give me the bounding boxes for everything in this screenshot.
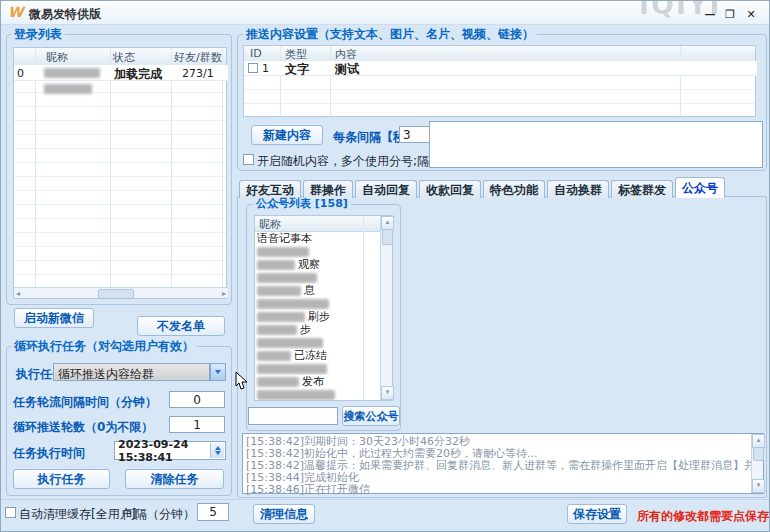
- content-type: 文字: [285, 61, 309, 78]
- list-item[interactable]: [255, 245, 380, 258]
- gzh-list[interactable]: 昵称 语音记事本观察息刷步步已冻结发布红 ▴ ▾: [254, 215, 393, 401]
- column-header: 内容: [335, 47, 357, 62]
- column-header: 昵称: [259, 217, 281, 232]
- gzh-search-button[interactable]: 搜索公众号: [342, 406, 400, 426]
- push-table-header: ID 类型 内容: [244, 46, 755, 62]
- loop-task-title: 循环执行任务（对勾选用户有效）: [11, 340, 197, 352]
- tab-auto-reply[interactable]: 自动回复: [355, 180, 417, 198]
- list-item[interactable]: [255, 388, 380, 400]
- start-new-wechat-button[interactable]: 启动新微信: [14, 308, 94, 328]
- list-item[interactable]: [255, 336, 380, 349]
- list-item[interactable]: 发布: [255, 375, 380, 388]
- gzh-scrollbar[interactable]: ▴ ▾: [380, 216, 392, 400]
- tab-special-features[interactable]: 特色功能: [483, 180, 545, 198]
- friend-group-count: 273/1: [182, 67, 214, 80]
- task-select-value: 循环推送内容给群: [58, 366, 154, 383]
- loop-rounds-input[interactable]: 1: [169, 416, 225, 433]
- horizontal-scrollbar[interactable]: ◂ ▸: [14, 287, 228, 298]
- content-id: 1: [262, 62, 269, 75]
- list-item[interactable]: [255, 362, 380, 375]
- maximize-button[interactable]: ❐: [722, 8, 738, 21]
- blurred-text: [257, 286, 301, 296]
- log-panel[interactable]: [15:38:42]到期时间：30天23小时46分32秒 [15:38:42]初…: [242, 433, 764, 494]
- push-content-title: 推送内容设置（支持文本、图片、名片、视频、链接）: [243, 28, 537, 40]
- blurred-text: [257, 299, 329, 309]
- scroll-down-icon[interactable]: ▾: [752, 479, 765, 493]
- task-time-value: 2023-09-24 15:38:41: [118, 438, 222, 464]
- msg-interval-input[interactable]: 3: [399, 126, 433, 143]
- list-item[interactable]: 步: [255, 323, 380, 336]
- row-checkbox[interactable]: [248, 63, 258, 73]
- run-task-button[interactable]: 执行任务: [13, 469, 110, 489]
- scroll-left-icon[interactable]: ◂: [16, 289, 20, 298]
- table-row[interactable]: 0 加载完成 273/1: [14, 65, 228, 81]
- log-lines: [15:38:42]到期时间：30天23小时46分32秒 [15:38:42]初…: [243, 434, 763, 498]
- list-item[interactable]: [255, 271, 380, 284]
- gzh-search-input[interactable]: [248, 407, 338, 425]
- blurred-nickname: [44, 84, 92, 94]
- close-button[interactable]: ✕: [743, 8, 759, 21]
- tab-auto-switch-group[interactable]: 自动换群: [547, 180, 609, 198]
- log-line: [15:38:46]正在打开微信: [246, 484, 749, 496]
- list-item[interactable]: [255, 297, 380, 310]
- list-item[interactable]: 语音记事本: [255, 232, 380, 245]
- scrollbar-thumb[interactable]: [98, 289, 134, 299]
- task-time-label: 任务执行时间: [13, 445, 85, 462]
- list-item[interactable]: 观察: [255, 258, 380, 271]
- scroll-up-icon[interactable]: ▴: [381, 216, 394, 230]
- blurred-nickname: [44, 68, 100, 78]
- scrollbar-thumb[interactable]: [382, 229, 393, 245]
- blurred-text: [257, 338, 323, 348]
- blurred-text: [257, 351, 291, 361]
- new-content-button[interactable]: 新建内容: [251, 125, 323, 145]
- tab-group-ops[interactable]: 群操作: [303, 180, 353, 198]
- tab-official-accounts[interactable]: 公众号: [675, 177, 725, 198]
- push-content-table[interactable]: ID 类型 内容 1 文字 测试: [243, 45, 756, 117]
- scroll-right-icon[interactable]: ▸: [222, 289, 226, 298]
- tab-tag-broadcast[interactable]: 标签群发: [611, 180, 673, 198]
- list-item[interactable]: 刷步: [255, 310, 380, 323]
- content-text: 测试: [335, 61, 359, 78]
- clean-interval-label: 间隔（分钟）: [123, 506, 195, 523]
- list-item[interactable]: 已冻结: [255, 349, 380, 362]
- scrollbar-thumb[interactable]: [753, 447, 764, 461]
- auto-clean-checkbox[interactable]: [5, 507, 16, 518]
- content-edit-textarea[interactable]: [429, 121, 763, 168]
- chevron-down-icon[interactable]: [210, 363, 226, 381]
- task-select[interactable]: 循环推送内容给群: [53, 363, 210, 381]
- random-content-checkbox[interactable]: [243, 154, 254, 165]
- task-time-picker[interactable]: 2023-09-24 15:38:41: [114, 441, 226, 460]
- row-index: 0: [17, 67, 24, 80]
- app-logo-icon: W: [8, 4, 23, 20]
- spinner-icon[interactable]: [210, 443, 224, 458]
- column-header: 类型: [285, 47, 307, 62]
- clean-interval-input[interactable]: 5: [197, 503, 229, 521]
- blurred-text: [257, 390, 335, 400]
- tab-friend-interact[interactable]: 好友互动: [239, 180, 301, 198]
- column-header: ID: [250, 47, 262, 60]
- list-item[interactable]: 息: [255, 284, 380, 297]
- round-interval-input[interactable]: 0: [169, 391, 225, 408]
- login-table[interactable]: 昵称 状态 好友/群数 0 加载完成 273/1 ◂ ▸: [13, 47, 227, 299]
- clear-task-button[interactable]: 清除任务: [125, 469, 224, 489]
- loop-rounds-label: 循环推送轮数（0为不限）: [13, 419, 153, 436]
- minimize-button[interactable]: —: [702, 8, 718, 21]
- title-bar: IQIYI W 微易发特供版 — ❐ ✕: [1, 1, 770, 25]
- save-settings-button[interactable]: 保存设置: [567, 504, 627, 524]
- no-send-list-button[interactable]: 不发名单: [137, 316, 225, 336]
- blurred-text: [257, 273, 317, 283]
- auto-clean-label: 自动清理缓存[全用户]: [19, 506, 136, 523]
- list-item-label: 发布: [302, 375, 324, 388]
- clean-info-button[interactable]: 清理信息: [253, 504, 315, 524]
- log-scrollbar[interactable]: ▴ ▾: [751, 434, 763, 493]
- login-status: 加载完成: [114, 66, 162, 83]
- footer-divider: [1, 499, 770, 500]
- scroll-up-icon[interactable]: ▴: [752, 434, 765, 448]
- scroll-down-icon[interactable]: ▾: [381, 386, 394, 400]
- window-title: 微易发特供版: [29, 6, 101, 23]
- list-item-label: 息: [304, 284, 315, 297]
- blurred-text: [257, 364, 327, 374]
- tab-payment-reply[interactable]: 收款回复: [419, 180, 481, 198]
- table-row[interactable]: 1 文字 测试: [244, 61, 757, 76]
- random-content-label: 开启随机内容，多个使用分号;隔开: [257, 153, 441, 170]
